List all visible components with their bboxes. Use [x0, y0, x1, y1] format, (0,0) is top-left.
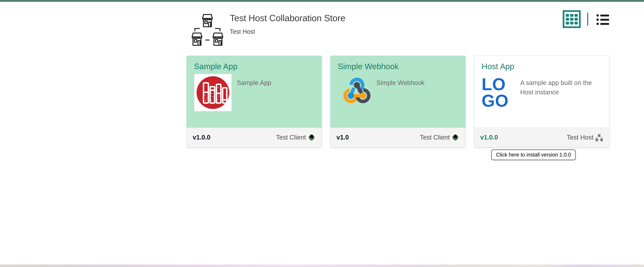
app-owner-name: Test Client [276, 134, 306, 141]
app-owner: Test Client [420, 134, 460, 142]
app-version: v1.0 [336, 134, 349, 141]
logo-text-icon: LO GO [482, 74, 515, 113]
app-card-description: Simple Webhook [376, 78, 425, 104]
app-owner-name: Test Client [420, 134, 450, 141]
app-card-title[interactable]: Simple Webhook [338, 62, 458, 71]
app-owner-name: Test Host [567, 134, 594, 141]
store-header: Test Host Collaboration Store Test Host [190, 12, 345, 47]
spy-avatar-icon [451, 134, 460, 142]
app-card-simple-webhook[interactable]: Simple Webhook [330, 56, 466, 148]
app-card-description: Sample App [237, 78, 271, 112]
storefronts-icon [595, 134, 603, 142]
storefronts-icon [190, 12, 225, 47]
grid-view-button[interactable] [563, 10, 581, 28]
app-version: v1.0.0 [193, 134, 210, 141]
app-owner: Test Client [276, 134, 316, 142]
app-card-host-app[interactable]: Host App LO GO A sample app built on the… [474, 56, 610, 148]
webhook-logo-icon [342, 77, 372, 104]
app-card-sample-app[interactable]: Sample App [186, 56, 322, 148]
install-tooltip: Click here to install version 1.0.0 [491, 150, 576, 160]
list-view-button[interactable] [596, 13, 609, 25]
app-card-title[interactable]: Host App [482, 62, 602, 71]
app-cards-row: Sample App [186, 56, 610, 148]
app-owner: Test Host [567, 134, 603, 142]
toggle-divider [588, 12, 588, 26]
list-view-icon [596, 14, 609, 16]
page-subtitle: Test Host [230, 28, 345, 35]
app-version: v1.0.0 [480, 134, 498, 141]
sample-app-logo-icon [194, 74, 232, 112]
app-card-title[interactable]: Sample App [194, 62, 314, 71]
view-toggle [563, 10, 609, 28]
top-accent-bar [0, 0, 644, 2]
horizontal-scrollbar[interactable] [0, 264, 644, 267]
app-card-description: A sample app built on the Host instance [520, 78, 602, 113]
page-title: Test Host Collaboration Store [230, 13, 345, 23]
spy-avatar-icon [308, 134, 316, 142]
grid-view-icon [566, 14, 578, 24]
